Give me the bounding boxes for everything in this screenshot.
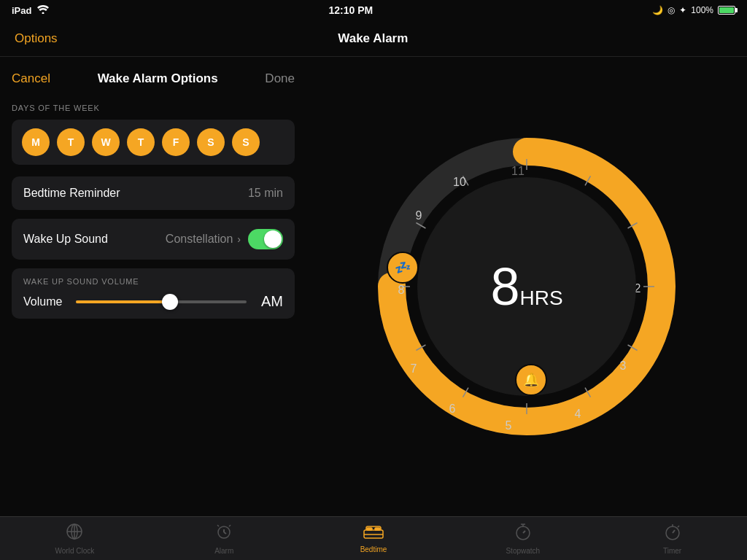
location-icon: ◎ <box>667 5 675 15</box>
day-friday[interactable]: F <box>162 128 190 156</box>
svg-line-35 <box>229 525 231 526</box>
tab-bedtime-label: Bedtime <box>360 545 387 553</box>
tab-timer[interactable]: Timer <box>597 523 747 555</box>
wake-sound-value: Constellation › <box>166 233 241 246</box>
cancel-button[interactable]: Cancel <box>12 71 50 86</box>
svg-line-34 <box>217 525 219 526</box>
slider-fill <box>76 300 170 303</box>
moon-icon: 🌙 <box>652 5 663 15</box>
svg-point-0 <box>42 12 44 14</box>
bedtime-reminder-row[interactable]: Bedtime Reminder 15 min <box>12 176 295 210</box>
tab-timer-label: Timer <box>663 547 681 555</box>
svg-text:9: 9 <box>416 209 422 222</box>
battery-fill <box>719 7 734 13</box>
bedtime-tab-icon <box>363 524 384 543</box>
clock-container: 12 1 2 3 4 5 6 7 8 9 10 11 8HRS <box>374 133 680 440</box>
bedtime-reminder-label: Bedtime Reminder <box>23 187 120 200</box>
day-tuesday[interactable]: T <box>57 128 85 156</box>
back-button[interactable]: Options <box>15 31 58 46</box>
volume-section-label: WAKE UP SOUND VOLUME <box>23 277 283 286</box>
svg-text:4: 4 <box>575 408 581 420</box>
tab-alarm[interactable]: Alarm <box>150 523 299 555</box>
am-label: AM <box>261 293 283 310</box>
svg-text:6: 6 <box>449 402 456 415</box>
world-clock-icon <box>66 523 83 545</box>
wake-sound-label: Wake Up Sound <box>23 233 108 246</box>
nav-bar: Options Wake Alarm <box>0 20 747 57</box>
carrier-label: iPad <box>12 5 31 16</box>
nav-title: Wake Alarm <box>58 31 689 46</box>
battery-percent: 100% <box>691 5 713 15</box>
day-wednesday[interactable]: W <box>92 128 120 156</box>
status-left: iPad <box>12 5 49 16</box>
toggle-knob <box>264 230 282 248</box>
done-button[interactable]: Done <box>265 71 295 86</box>
svg-line-33 <box>224 532 226 534</box>
battery-bar <box>718 6 735 15</box>
volume-slider[interactable] <box>76 300 247 303</box>
tab-stopwatch[interactable]: Stopwatch <box>448 523 597 555</box>
tab-world-clock-label: World Clock <box>55 547 95 555</box>
svg-line-43 <box>523 531 525 533</box>
content-area: Cancel Wake Alarm Options Done DAYS OF T… <box>0 57 747 516</box>
days-section-label: DAYS OF THE WEEK <box>12 104 295 112</box>
options-header: Cancel Wake Alarm Options Done <box>12 71 295 86</box>
svg-text:7: 7 <box>411 362 417 375</box>
slider-thumb[interactable] <box>162 294 178 310</box>
options-title: Wake Alarm Options <box>62 71 253 86</box>
volume-label: Volume <box>23 295 67 308</box>
status-bar: iPad 12:10 PM 🌙 ◎ ✦ 100% <box>0 0 747 20</box>
status-right: 🌙 ◎ ✦ 100% <box>652 5 735 15</box>
svg-text:8: 8 <box>398 284 405 296</box>
wifi-icon <box>37 5 49 16</box>
alarm-icon <box>215 523 233 545</box>
bell-icon: 🔔 <box>523 372 539 388</box>
wake-sound-toggle[interactable] <box>248 229 283 249</box>
bluetooth-icon: ✦ <box>679 5 686 15</box>
time-display: 12:10 PM <box>329 4 374 16</box>
day-saturday[interactable]: S <box>197 128 225 156</box>
svg-rect-39 <box>375 528 380 530</box>
days-of-week-row: M T W T F S S <box>12 120 295 165</box>
sleep-icon: 💤 <box>395 260 411 276</box>
hrs-label: HRS <box>519 287 562 309</box>
left-panel: Cancel Wake Alarm Options Done DAYS OF T… <box>0 57 306 516</box>
hours-display: 8 <box>490 257 519 316</box>
clock-face: 8HRS <box>417 177 636 396</box>
day-thursday[interactable]: T <box>127 128 155 156</box>
timer-icon <box>665 523 681 545</box>
svg-text:3: 3 <box>620 359 627 372</box>
day-sunday[interactable]: S <box>232 128 260 156</box>
chevron-icon: › <box>237 233 241 245</box>
clock-center-text: 8HRS <box>490 260 562 313</box>
svg-rect-38 <box>367 528 372 530</box>
right-panel: 12 1 2 3 4 5 6 7 8 9 10 11 8HRS <box>306 57 747 516</box>
svg-text:5: 5 <box>506 419 512 432</box>
volume-section: WAKE UP SOUND VOLUME Volume AM <box>12 268 295 319</box>
bedtime-reminder-value: 15 min <box>248 187 283 200</box>
tab-bar: World Clock Alarm Bedtime <box>0 516 747 560</box>
day-monday[interactable]: M <box>22 128 50 156</box>
svg-line-47 <box>678 526 679 527</box>
svg-text:11: 11 <box>511 165 525 177</box>
wake-sound-row[interactable]: Wake Up Sound Constellation › <box>12 219 295 260</box>
tab-bedtime[interactable]: Bedtime <box>299 524 449 553</box>
wake-handle[interactable]: 🔔 <box>515 364 547 396</box>
stopwatch-icon <box>515 523 531 545</box>
svg-line-46 <box>673 530 675 533</box>
bedtime-handle[interactable]: 💤 <box>387 252 419 284</box>
volume-row: Volume AM <box>23 293 283 310</box>
svg-text:10: 10 <box>453 176 466 188</box>
tab-world-clock[interactable]: World Clock <box>0 523 150 555</box>
tab-alarm-label: Alarm <box>214 547 233 555</box>
tab-stopwatch-label: Stopwatch <box>506 547 540 555</box>
